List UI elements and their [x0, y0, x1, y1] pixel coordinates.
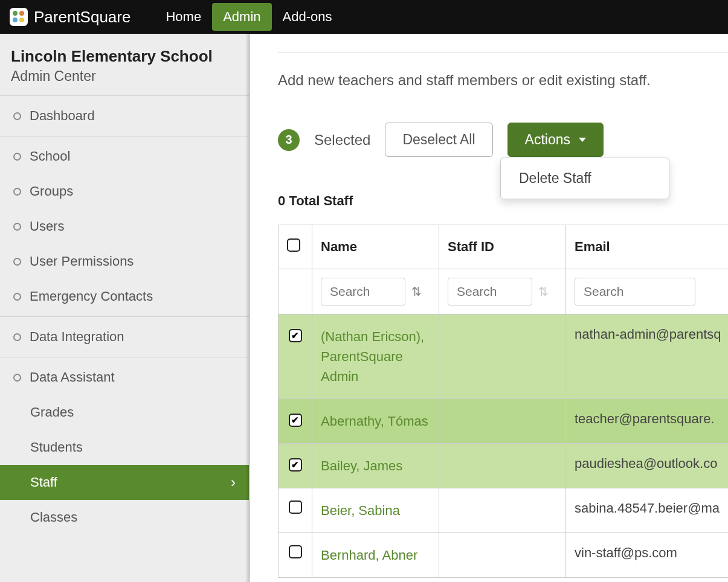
sidebar-item-label: Students: [30, 440, 83, 455]
sidebar-grades[interactable]: Grades: [0, 395, 249, 430]
actions-menu: Delete Staff: [500, 158, 669, 199]
top-nav: ParentSquare Home Admin Add-ons: [0, 0, 728, 34]
sidebar-item-label: Dashboard: [30, 108, 95, 124]
row-checkbox[interactable]: [289, 414, 302, 427]
caret-down-icon: [579, 138, 586, 142]
staff-name-link[interactable]: Abernathy, Tómas: [321, 414, 428, 429]
select-all-checkbox[interactable]: [287, 238, 300, 252]
table-row: Beier, Sabina sabina.48547.beier@ma: [279, 488, 729, 533]
staff-name-link[interactable]: Bailey, James: [321, 458, 402, 473]
nav-addons[interactable]: Add-ons: [272, 3, 343, 31]
sidebar-groups[interactable]: Groups: [0, 174, 249, 209]
sidebar-data-integration[interactable]: Data Integration: [0, 319, 249, 354]
sidebar-data-assistant[interactable]: Data Assistant: [0, 360, 249, 395]
search-email-input[interactable]: [575, 278, 695, 305]
col-header-staff-id[interactable]: Staff ID: [439, 225, 566, 269]
table-row: Bailey, James paudieshea@outlook.co: [279, 444, 729, 488]
selected-count-badge: 3: [278, 129, 300, 151]
page-description: Add new teachers and staff members or ed…: [278, 72, 728, 89]
staff-email-cell: vin-staff@ps.com: [566, 533, 729, 578]
circle-icon: [13, 374, 21, 382]
selection-toolbar: 3 Selected Deselect All Actions Delete S…: [278, 123, 728, 157]
col-header-name[interactable]: Name: [312, 225, 439, 269]
circle-icon: [13, 258, 21, 266]
staff-id-cell: [439, 533, 566, 578]
sidebar-students[interactable]: Students: [0, 430, 249, 465]
admin-center-label: Admin Center: [11, 68, 238, 85]
actions-button[interactable]: Actions: [507, 123, 604, 157]
staff-table: Name Staff ID Email ⇅: [278, 225, 728, 578]
staff-email-cell: nathan-admin@parentsq: [566, 315, 729, 399]
staff-name-link[interactable]: Beier, Sabina: [321, 503, 400, 518]
sidebar-user-permissions[interactable]: User Permissions: [0, 244, 249, 279]
actions-button-label: Actions: [525, 132, 570, 148]
sort-icon[interactable]: ⇅: [411, 284, 422, 299]
circle-icon: [13, 333, 21, 341]
selected-label: Selected: [314, 132, 370, 149]
brand-logo[interactable]: ParentSquare: [10, 8, 130, 27]
circle-icon: [13, 188, 21, 196]
staff-id-cell: [439, 488, 566, 533]
row-checkbox[interactable]: [289, 458, 302, 472]
sidebar-item-label: Users: [30, 219, 64, 234]
sidebar-emergency-contacts[interactable]: Emergency Contacts: [0, 279, 249, 314]
staff-id-cell: [439, 315, 566, 399]
school-name: Lincoln Elementary School: [11, 47, 238, 66]
sidebar-classes[interactable]: Classes: [0, 500, 249, 535]
staff-email-cell: teacher@parentsquare.: [566, 399, 729, 444]
sidebar-staff[interactable]: Staff ›: [0, 465, 249, 500]
sidebar-item-label: Groups: [30, 184, 73, 199]
circle-icon: [13, 112, 21, 120]
nav-admin[interactable]: Admin: [212, 3, 271, 31]
sidebar-item-label: User Permissions: [30, 254, 134, 269]
brand-name: ParentSquare: [34, 8, 130, 27]
chevron-right-icon: ›: [231, 474, 236, 491]
circle-icon: [13, 293, 21, 301]
sidebar-item-label: Classes: [30, 510, 77, 525]
table-row: Bernhard, Abner vin-staff@ps.com: [279, 533, 729, 578]
sidebar: Lincoln Elementary School Admin Center D…: [0, 34, 250, 582]
row-checkbox[interactable]: [289, 329, 302, 342]
search-staffid-input[interactable]: [448, 278, 532, 305]
sidebar-users[interactable]: Users: [0, 209, 249, 244]
sidebar-item-label: Data Assistant: [30, 369, 115, 385]
sidebar-school[interactable]: School: [0, 139, 249, 174]
row-checkbox[interactable]: [289, 545, 302, 558]
table-row: Abernathy, Tómas teacher@parentsquare.: [279, 399, 729, 444]
table-row: (Nathan Ericson), ParentSquare Admin nat…: [279, 315, 729, 399]
staff-id-cell: [439, 399, 566, 444]
staff-name-link[interactable]: Bernhard, Abner: [321, 548, 417, 563]
sidebar-header: Lincoln Elementary School Admin Center: [0, 34, 249, 96]
sort-icon[interactable]: ⇅: [538, 284, 549, 299]
sidebar-item-label: Staff: [30, 475, 57, 490]
col-header-checkbox: [279, 225, 312, 269]
staff-id-cell: [439, 444, 566, 488]
logo-icon: [10, 8, 28, 26]
sidebar-item-label: School: [30, 149, 70, 164]
staff-name-link[interactable]: (Nathan Ericson), ParentSquare Admin: [321, 329, 424, 384]
sidebar-item-label: Emergency Contacts: [30, 289, 153, 304]
search-name-input[interactable]: [321, 278, 405, 305]
circle-icon: [13, 153, 21, 161]
sidebar-item-label: Grades: [30, 405, 74, 420]
sidebar-dashboard[interactable]: Dashboard: [0, 98, 249, 133]
staff-email-cell: paudieshea@outlook.co: [566, 444, 729, 488]
staff-email-cell: sabina.48547.beier@ma: [566, 488, 729, 533]
main-content: Add new teachers and staff members or ed…: [250, 34, 728, 582]
deselect-all-button[interactable]: Deselect All: [385, 123, 492, 157]
row-checkbox[interactable]: [289, 500, 302, 514]
menu-delete-staff[interactable]: Delete Staff: [501, 162, 669, 195]
col-header-email[interactable]: Email: [566, 225, 729, 269]
sidebar-item-label: Data Integration: [30, 329, 124, 345]
circle-icon: [13, 223, 21, 231]
nav-home[interactable]: Home: [155, 3, 212, 31]
